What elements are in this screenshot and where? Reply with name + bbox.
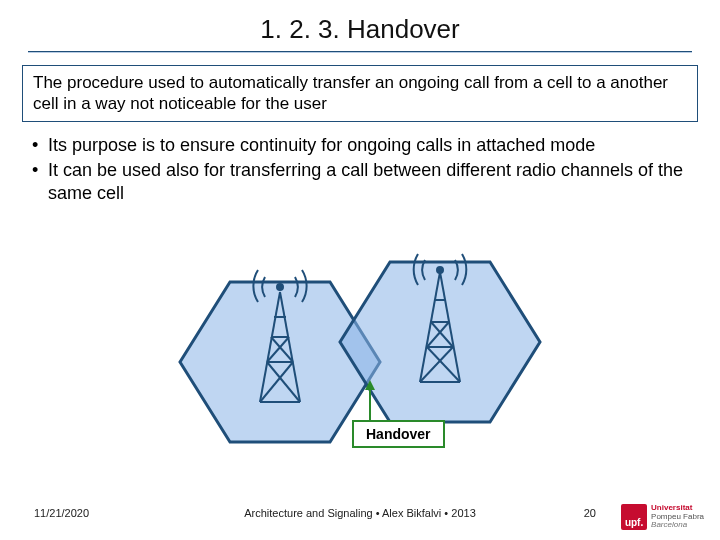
footer: 11/21/2020 Architecture and Signaling • … bbox=[0, 500, 720, 526]
logo-text: Universitat Pompeu Fabra Barcelona bbox=[651, 504, 704, 529]
bullet-text: Its purpose is to ensure continuity for … bbox=[48, 134, 692, 157]
bullet-icon: • bbox=[28, 159, 48, 206]
svg-point-10 bbox=[277, 284, 283, 290]
footer-credits: Architecture and Signaling • Alex Bikfal… bbox=[0, 507, 720, 519]
logo-badge: upf. bbox=[621, 504, 647, 530]
title-underline bbox=[28, 51, 692, 53]
list-item: • Its purpose is to ensure continuity fo… bbox=[28, 134, 692, 157]
page-number: 20 bbox=[584, 507, 596, 519]
logo-line: Barcelona bbox=[651, 521, 704, 529]
slide: 1. 2. 3. Handover The procedure used to … bbox=[0, 0, 720, 540]
list-item: • It can be used also for transferring a… bbox=[28, 159, 692, 206]
handover-label: Handover bbox=[352, 420, 445, 448]
bullet-icon: • bbox=[28, 134, 48, 157]
upf-logo: upf. Universitat Pompeu Fabra Barcelona bbox=[621, 504, 704, 530]
bullet-text: It can be used also for transferring a c… bbox=[48, 159, 692, 206]
definition-box: The procedure used to automatically tran… bbox=[22, 65, 698, 122]
svg-point-21 bbox=[437, 267, 443, 273]
footer-date: 11/21/2020 bbox=[34, 507, 89, 519]
bullet-list: • Its purpose is to ensure continuity fo… bbox=[28, 134, 692, 206]
slide-title: 1. 2. 3. Handover bbox=[0, 0, 720, 45]
